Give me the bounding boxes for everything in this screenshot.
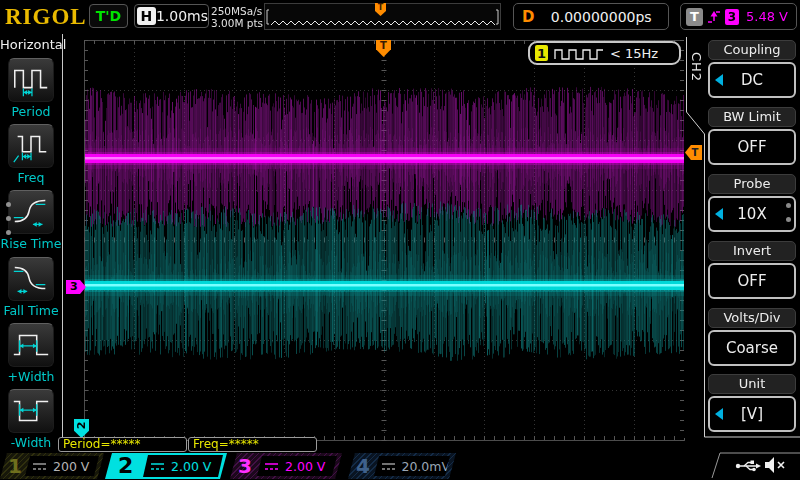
memory-depth: 3.00M pts bbox=[211, 17, 263, 29]
channel-tab-label: CH2 bbox=[686, 52, 704, 100]
trigger-frequency-popup: 1 < 15Hz bbox=[528, 41, 681, 65]
sample-rate: 250MSa/s bbox=[211, 5, 263, 17]
menu-value-coupling[interactable]: DC bbox=[708, 62, 796, 98]
menu-label-freq: Freq bbox=[0, 170, 62, 185]
freq-icon bbox=[10, 126, 52, 166]
trigger-level-value: 5.48 V bbox=[746, 9, 788, 24]
channel2-number: 2 bbox=[118, 453, 133, 479]
dc-coupling-icon bbox=[264, 461, 279, 472]
menu-button-period[interactable] bbox=[8, 58, 54, 102]
channel2-info: 2.00 V bbox=[143, 455, 223, 477]
menu-label-pwidth: +Width bbox=[0, 369, 62, 384]
dc-coupling-icon bbox=[381, 461, 395, 472]
menu-button-fall-time[interactable] bbox=[8, 257, 54, 301]
menu-button-pwidth[interactable] bbox=[8, 323, 54, 367]
minus-width-icon bbox=[10, 391, 52, 431]
channel1-info: 200 V bbox=[25, 456, 99, 476]
menu-value-unit[interactable]: [V] bbox=[708, 396, 796, 432]
menu-header-probe: Probe bbox=[708, 174, 796, 194]
menu-header-coupling: Coupling bbox=[708, 40, 796, 60]
menu-button-nwidth[interactable] bbox=[8, 389, 54, 433]
channel4-info: 20.0mV bbox=[374, 456, 450, 476]
menu-header-voltsdiv: Volts/Div bbox=[708, 308, 796, 328]
timebase-value: 1.00ms bbox=[156, 8, 208, 24]
select-arrow-icon bbox=[715, 408, 723, 420]
menu-label-rise-time: Rise Time bbox=[0, 236, 62, 251]
menu-value-bwlimit[interactable]: OFF bbox=[708, 129, 796, 165]
horizontal-timebase-box[interactable]: H 1.00ms bbox=[134, 4, 209, 28]
channel1-scale: 200 V bbox=[53, 459, 89, 474]
fall-time-icon bbox=[10, 259, 52, 299]
trigger-status-text: T'D bbox=[96, 8, 121, 24]
select-arrow-icon bbox=[715, 208, 723, 220]
dc-coupling-icon bbox=[150, 461, 165, 472]
popup-channel-badge: 1 bbox=[535, 45, 548, 61]
trigger-label-badge: T bbox=[686, 8, 703, 26]
menu-header-bwlimit: BW Limit bbox=[708, 107, 796, 127]
menu-label-nwidth: -Width bbox=[0, 435, 62, 450]
measurement-period[interactable]: Period=***** bbox=[58, 437, 187, 452]
period-icon bbox=[10, 60, 52, 100]
dc-coupling-icon bbox=[32, 461, 47, 472]
channel3-info: 2.00 V bbox=[257, 456, 337, 476]
speaker-muted-icon bbox=[763, 456, 789, 474]
trigger-source-badge: 3 bbox=[725, 9, 739, 25]
menu-value-voltsdiv[interactable]: Coarse bbox=[708, 330, 796, 366]
menu-value-invert[interactable]: OFF bbox=[708, 263, 796, 299]
acquisition-info: 250MSa/s 3.00M pts bbox=[211, 5, 263, 29]
measurement-freq[interactable]: Freq=***** bbox=[188, 437, 317, 452]
left-menu-title: Horizontal bbox=[0, 37, 62, 52]
channel1-number: 1 bbox=[8, 453, 22, 479]
channel1-badge[interactable]: 1 200 V bbox=[0, 453, 104, 479]
bwlimit-value: OFF bbox=[737, 138, 766, 156]
channel4-badge[interactable]: 4 20.0mV bbox=[348, 453, 456, 479]
delay-box[interactable]: D 0.00000000ps bbox=[513, 3, 669, 30]
usb-icon bbox=[735, 459, 763, 473]
select-arrow-icon bbox=[715, 74, 723, 86]
channel2-scale: 2.00 V bbox=[171, 459, 211, 474]
popup-pulse-icon bbox=[553, 46, 605, 61]
delay-value: 0.00000000ps bbox=[534, 9, 668, 25]
rigol-logo: RIGOL bbox=[5, 4, 87, 30]
channel3-badge[interactable]: 3 2.00 V bbox=[230, 453, 342, 479]
channel2-badge[interactable]: 2 2.00 V bbox=[105, 453, 227, 479]
page-dot bbox=[6, 230, 11, 235]
coupling-value: DC bbox=[741, 71, 763, 89]
plus-width-icon bbox=[10, 325, 52, 365]
voltsdiv-value: Coarse bbox=[726, 339, 778, 357]
page-dot bbox=[6, 202, 11, 207]
page-dot bbox=[786, 203, 791, 208]
popup-frequency-text: < 15Hz bbox=[610, 46, 658, 61]
h-label-badge: H bbox=[137, 7, 156, 25]
menu-value-probe[interactable]: 10X bbox=[708, 196, 796, 232]
trigger-info-box[interactable]: T 3 5.48 V bbox=[680, 3, 797, 30]
invert-value: OFF bbox=[737, 272, 766, 290]
page-dot bbox=[6, 216, 11, 221]
trigger-status-badge: T'D bbox=[89, 4, 128, 28]
channel3-number: 3 bbox=[238, 453, 252, 479]
channel3-scale: 2.00 V bbox=[285, 459, 325, 474]
trigger-slope-icon bbox=[707, 9, 721, 25]
channel4-scale: 20.0mV bbox=[401, 459, 450, 474]
channel4-number: 4 bbox=[356, 453, 370, 479]
rise-time-icon bbox=[10, 192, 52, 232]
ch2-marker-text: 2 bbox=[75, 418, 88, 433]
menu-button-rise-time[interactable] bbox=[8, 190, 54, 234]
page-dot bbox=[786, 217, 791, 222]
unit-value: [V] bbox=[741, 405, 763, 423]
menu-label-period: Period bbox=[0, 104, 62, 119]
menu-button-freq[interactable] bbox=[8, 124, 54, 168]
delay-label: D bbox=[522, 8, 534, 26]
menu-label-fall-time: Fall Time bbox=[0, 303, 62, 318]
menu-header-unit: Unit bbox=[708, 374, 796, 394]
probe-value: 10X bbox=[737, 205, 766, 223]
menu-header-invert: Invert bbox=[708, 241, 796, 261]
